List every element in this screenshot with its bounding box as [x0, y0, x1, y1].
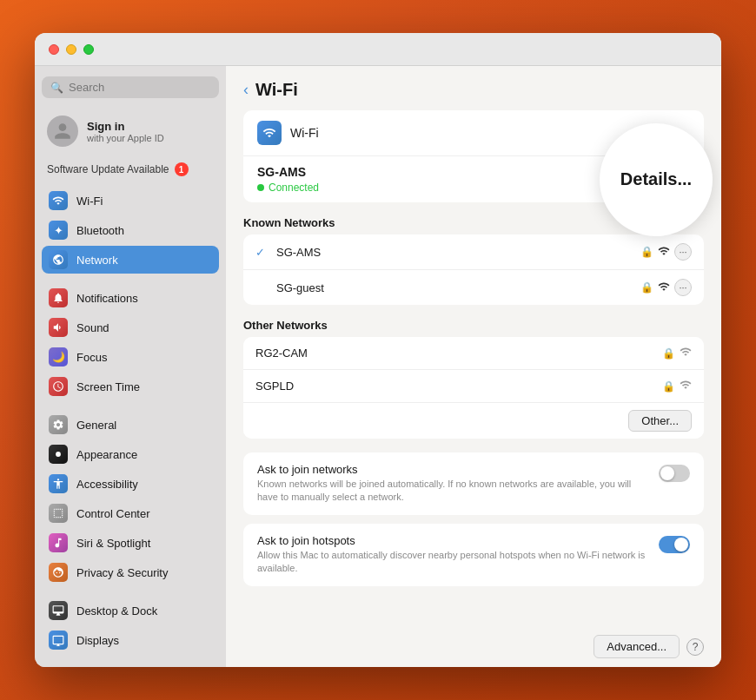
minimize-button[interactable]: [66, 44, 76, 55]
other-button-row: Other...: [243, 403, 704, 439]
sidebar-label-screentime: Screen Time: [76, 380, 140, 393]
other-network-button[interactable]: Other...: [628, 410, 692, 432]
ask-to-join-toggle[interactable]: [659, 465, 690, 482]
sidebar-item-siri[interactable]: Siri & Spotlight: [42, 529, 219, 557]
sidebar-item-accessibility[interactable]: Accessibility: [42, 470, 219, 498]
more-button-sgguest[interactable]: ···: [674, 279, 692, 296]
sidebar-item-screentime[interactable]: Screen Time: [42, 373, 219, 400]
sidebar-item-controlcenter[interactable]: Control Center: [42, 499, 219, 527]
person-icon: [53, 122, 72, 141]
wifi-service-icon: [257, 121, 282, 145]
checkmark-icon: ✓: [255, 246, 269, 259]
system-preferences-window: 🔍 Sign in with your Apple ID Software Up…: [35, 33, 721, 667]
svg-point-0: [56, 452, 61, 457]
sidebar: 🔍 Sign in with your Apple ID Software Up…: [35, 66, 226, 667]
sidebar-item-appearance[interactable]: Appearance: [42, 440, 219, 468]
software-update-row[interactable]: Software Update Available 1: [42, 159, 219, 180]
sidebar-label-displays: Displays: [76, 634, 119, 647]
lock-icon-sgpld: 🔒: [662, 380, 675, 393]
other-networks-header: Other Networks: [243, 319, 704, 332]
sidebar-item-notifications[interactable]: Notifications: [42, 284, 219, 312]
sidebar-item-general[interactable]: General: [42, 411, 219, 439]
advanced-button[interactable]: Advanced...: [594, 635, 680, 658]
sidebar-item-wifi[interactable]: Wi-Fi: [42, 187, 219, 215]
wifi-icon-rg2cam: [680, 346, 692, 360]
sidebar-item-desktop[interactable]: Desktop & Dock: [42, 597, 219, 624]
other-network-name-rg2cam: RG2-CAM: [255, 347, 308, 360]
known-network-item-sgams[interactable]: ✓ SG-AMS 🔒 ···: [243, 234, 704, 270]
maximize-button[interactable]: [83, 44, 94, 55]
sidebar-label-controlcenter: Control Center: [76, 507, 150, 520]
known-networks-list: ✓ SG-AMS 🔒 ··· ✓: [243, 234, 704, 305]
sidebar-item-bluetooth[interactable]: ✦ Bluetooth: [42, 216, 219, 244]
more-button-sgams[interactable]: ···: [674, 243, 692, 261]
back-button[interactable]: ‹: [243, 81, 249, 99]
ask-hotspots-toggle[interactable]: [659, 536, 690, 553]
help-button[interactable]: ?: [686, 638, 704, 656]
sign-in-row[interactable]: Sign in with your Apple ID: [42, 109, 219, 154]
sidebar-item-displays[interactable]: Displays: [42, 626, 219, 654]
sidebar-label-siri: Siri & Spotlight: [76, 537, 150, 550]
other-network-icons-sgpld: 🔒: [662, 379, 692, 393]
main-content: ‹ Wi-Fi Wi-Fi SG-AMS: [226, 66, 721, 667]
wifi-small-icon: [658, 245, 670, 260]
ask-to-join-desc: Known networks will be joined automatica…: [257, 478, 648, 505]
wifi-current-section: Wi-Fi SG-AMS Connected 🔒: [243, 110, 704, 202]
close-button[interactable]: [49, 44, 59, 55]
known-network-icons-sgguest: 🔒 ···: [640, 279, 692, 296]
sidebar-label-general: General: [76, 419, 116, 432]
titlebar: [35, 33, 721, 66]
controlcenter-icon: [49, 504, 68, 523]
displays-icon: [49, 631, 68, 650]
privacy-icon: [49, 563, 68, 582]
connected-status: Connected: [257, 182, 319, 194]
ask-to-join-title: Ask to join networks: [257, 463, 648, 476]
wifi-icon: [49, 191, 68, 210]
window-content: 🔍 Sign in with your Apple ID Software Up…: [35, 66, 721, 667]
ask-hotspots-text: Ask to join hotspots Allow this Mac to a…: [257, 534, 648, 576]
sidebar-item-focus[interactable]: 🌙 Focus: [42, 343, 219, 371]
known-network-item-sgguest[interactable]: ✓ SG-guest 🔒 ···: [243, 270, 704, 305]
avatar: [47, 116, 78, 147]
connected-network-name: SG-AMS: [257, 165, 319, 179]
update-badge: 1: [175, 162, 189, 176]
ask-hotspots-title: Ask to join hotspots: [257, 534, 648, 547]
other-network-item-sgpld[interactable]: SGPLD 🔒: [243, 370, 704, 403]
notifications-icon: [49, 288, 68, 307]
connected-text: Connected: [269, 182, 319, 194]
sidebar-label-notifications: Notifications: [76, 292, 138, 305]
other-network-name-sgpld: SGPLD: [255, 380, 294, 393]
screentime-icon: [49, 377, 68, 396]
sign-in-sub: with your Apple ID: [87, 133, 164, 143]
other-networks-list: RG2-CAM 🔒 SGPLD 🔒: [243, 337, 704, 439]
wifi-service-label: Wi-Fi: [290, 126, 319, 140]
sidebar-item-network[interactable]: Network: [42, 246, 219, 274]
sidebar-label-desktop: Desktop & Dock: [76, 604, 157, 617]
connected-info: SG-AMS Connected: [257, 165, 319, 194]
sign-in-main: Sign in: [87, 120, 164, 133]
traffic-lights: [49, 44, 94, 55]
main-scroll-area: Wi-Fi SG-AMS Connected 🔒: [226, 110, 721, 626]
sound-icon: [49, 318, 68, 337]
details-bubble: Details...: [600, 123, 713, 236]
lock-icon-rg2cam: 🔒: [662, 347, 675, 360]
focus-icon: 🌙: [49, 347, 68, 367]
sidebar-label-wifi: Wi-Fi: [76, 195, 103, 208]
sidebar-item-privacy[interactable]: Privacy & Security: [42, 558, 219, 586]
appearance-icon: [49, 445, 68, 464]
known-network-name-sgguest: SG-guest: [276, 281, 324, 294]
sidebar-label-focus: Focus: [76, 351, 107, 364]
search-bar[interactable]: 🔍: [42, 76, 219, 98]
other-network-icons-rg2cam: 🔒: [662, 346, 692, 360]
sidebar-label-privacy: Privacy & Security: [76, 566, 168, 579]
details-button[interactable]: Details...: [620, 169, 692, 189]
sidebar-item-sound[interactable]: Sound: [42, 314, 219, 341]
ask-hotspots-setting: Ask to join hotspots Allow this Mac to a…: [243, 524, 704, 586]
desktop-icon: [49, 601, 68, 620]
other-network-item-rg2cam[interactable]: RG2-CAM 🔒: [243, 337, 704, 370]
ask-hotspots-desc: Allow this Mac to automatically discover…: [257, 549, 648, 576]
search-input[interactable]: [69, 81, 210, 94]
sidebar-label-accessibility: Accessibility: [76, 478, 138, 491]
general-icon: [49, 415, 68, 434]
ask-to-join-text: Ask to join networks Known networks will…: [257, 463, 648, 505]
